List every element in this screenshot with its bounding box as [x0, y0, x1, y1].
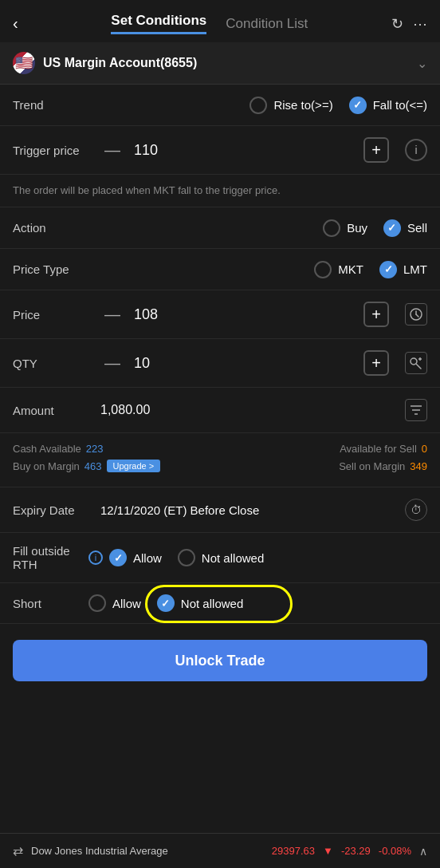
upgrade-badge[interactable]: Upgrade > [107, 460, 161, 472]
short-allow-label: Allow [112, 597, 141, 610]
ticker-down-arrow: ▼ [323, 845, 333, 857]
price-value: 108 [134, 306, 354, 323]
qty-value: 10 [134, 355, 354, 372]
expiry-clock-icon[interactable]: ⏱ [405, 499, 427, 521]
trend-fall-option[interactable]: Fall to(<=) [349, 97, 427, 114]
price-type-label: Price Type [13, 262, 100, 276]
price-minus[interactable]: — [100, 306, 124, 324]
info-text-row: The order will be placed when MKT fall t… [0, 175, 440, 207]
fill-allow-radio[interactable] [109, 549, 127, 566]
unlock-trade-button[interactable]: Unlock Trade [13, 640, 427, 681]
fill-not-allowed-radio[interactable] [178, 549, 195, 566]
fill-outside-rth-options: Allow Not allowed [109, 549, 427, 566]
amount-filter-icon[interactable] [405, 399, 427, 421]
header-icons: ↻ ⋯ [391, 15, 427, 33]
trigger-price-controls: — 110 + i [100, 137, 427, 163]
cash-available-item: Cash Available 223 [13, 443, 103, 455]
expiry-date-value: 12/11/2020 (ET) Before Close [100, 503, 405, 517]
short-not-allowed-option[interactable]: Not allowed [157, 594, 243, 612]
trend-rise-label: Rise to(>=) [273, 98, 332, 112]
trend-fall-label: Fall to(<=) [373, 98, 427, 112]
price-type-mkt-label: MKT [338, 262, 363, 276]
fill-not-allowed-option[interactable]: Not allowed [178, 549, 264, 566]
qty-calculator-icon[interactable] [405, 352, 427, 374]
tab-set-conditions[interactable]: Set Conditions [111, 13, 206, 34]
fill-outside-rth-row: Fill outside RTH i Allow Not allowed [0, 533, 440, 583]
price-plus[interactable]: + [363, 302, 389, 327]
amount-label: Amount [13, 404, 100, 417]
sell-margin-value: 349 [410, 460, 427, 472]
expiry-date-label: Expiry Date [13, 503, 100, 517]
trigger-price-info[interactable]: i [405, 139, 427, 161]
action-sell-radio[interactable] [383, 219, 401, 237]
action-buy-radio[interactable] [323, 219, 340, 237]
refresh-icon[interactable]: ↻ [391, 15, 403, 33]
short-label: Short [13, 597, 88, 610]
price-row: Price — 108 + [0, 290, 440, 339]
trigger-price-minus[interactable]: — [100, 141, 124, 160]
expiry-date-row: Expiry Date 12/11/2020 (ET) Before Close… [0, 487, 440, 533]
action-label: Action [13, 221, 100, 235]
price-type-row: Price Type MKT LMT [0, 249, 440, 290]
price-reset-icon[interactable] [405, 303, 427, 326]
trend-fall-radio[interactable] [349, 97, 367, 114]
buy-margin-item: Buy on Margin 463 Upgrade > [13, 460, 160, 472]
trigger-price-plus[interactable]: + [363, 137, 389, 163]
tab-condition-list[interactable]: Condition List [226, 16, 308, 32]
short-allow-radio[interactable] [88, 594, 106, 612]
price-type-lmt-radio[interactable] [379, 261, 397, 278]
svg-line-2 [416, 314, 418, 317]
action-options: Buy Sell [100, 219, 427, 237]
header-tabs: Set Conditions Condition List [28, 13, 391, 34]
action-buy-option[interactable]: Buy [323, 219, 367, 237]
account-selector[interactable]: 🇺🇸 US Margin Account(8655) ⌄ [0, 42, 440, 85]
trend-rise-radio[interactable] [249, 97, 267, 114]
stats-section: Cash Available 223 Available for Sell 0 … [0, 433, 440, 487]
stats-row-2: Buy on Margin 463 Upgrade > Sell on Marg… [13, 460, 427, 472]
ticker-icon: ⇄ [13, 843, 23, 858]
action-sell-option[interactable]: Sell [383, 219, 427, 237]
more-icon[interactable]: ⋯ [413, 15, 427, 33]
trend-label: Trend [13, 98, 100, 112]
svg-point-3 [411, 358, 417, 365]
price-type-lmt-option[interactable]: LMT [379, 261, 427, 278]
available-sell-label: Available for Sell [340, 443, 417, 455]
short-not-allowed-label: Not allowed [181, 597, 243, 610]
back-button[interactable]: ‹ [13, 14, 18, 33]
short-not-allowed-radio[interactable] [157, 594, 175, 612]
price-type-mkt-option[interactable]: MKT [314, 261, 363, 278]
amount-value: 1,080.00 [100, 403, 405, 417]
trend-row: Trend Rise to(>=) Fall to(<=) [0, 85, 440, 126]
ticker-pct: -0.08% [379, 845, 411, 857]
price-type-mkt-radio[interactable] [314, 261, 332, 278]
account-name: US Margin Account(8655) [43, 56, 417, 70]
action-buy-label: Buy [347, 221, 367, 235]
sell-margin-label: Sell on Margin [339, 460, 405, 472]
ticker-expand-icon[interactable]: ∧ [419, 845, 427, 858]
fill-allow-label: Allow [133, 551, 162, 565]
fill-allow-option[interactable]: Allow [109, 549, 162, 566]
ticker-price: 29397.63 [272, 845, 315, 857]
ticker-name: Dow Jones Industrial Average [31, 845, 264, 857]
price-label: Price [13, 308, 100, 322]
qty-minus[interactable]: — [100, 354, 124, 373]
qty-row: QTY — 10 + [0, 339, 440, 388]
qty-controls: — 10 + [100, 350, 427, 376]
trend-rise-option[interactable]: Rise to(>=) [249, 97, 332, 114]
action-row: Action Buy Sell [0, 207, 440, 249]
price-controls: — 108 + [100, 302, 427, 327]
sell-margin-item: Sell on Margin 349 [339, 460, 427, 472]
chevron-down-icon: ⌄ [417, 56, 427, 71]
available-sell-value: 0 [422, 443, 427, 455]
qty-plus[interactable]: + [363, 350, 389, 376]
short-allow-option[interactable]: Allow [88, 594, 141, 612]
trigger-price-row: Trigger price — 110 + i [0, 126, 440, 175]
buy-margin-label: Buy on Margin [13, 460, 80, 472]
header: ‹ Set Conditions Condition List ↻ ⋯ [0, 0, 440, 42]
flag-icon: 🇺🇸 [13, 52, 35, 74]
short-row: Short Allow Not allowed [0, 583, 440, 624]
fill-outside-rth-info[interactable]: i [88, 550, 103, 565]
trigger-price-value: 110 [134, 142, 354, 159]
buy-margin-value: 463 [84, 460, 102, 472]
available-sell-item: Available for Sell 0 [340, 443, 427, 455]
